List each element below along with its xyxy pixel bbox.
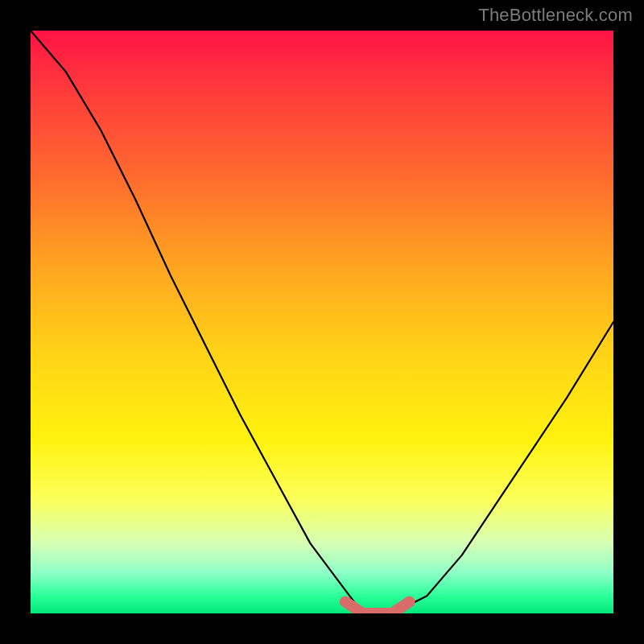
chart-svg	[31, 31, 613, 613]
optimal-zone-marker	[345, 602, 410, 613]
plot-area	[31, 31, 613, 613]
watermark-text: TheBottleneck.com	[478, 5, 633, 26]
bottleneck-curve	[31, 31, 613, 613]
chart-frame: TheBottleneck.com	[0, 0, 644, 644]
